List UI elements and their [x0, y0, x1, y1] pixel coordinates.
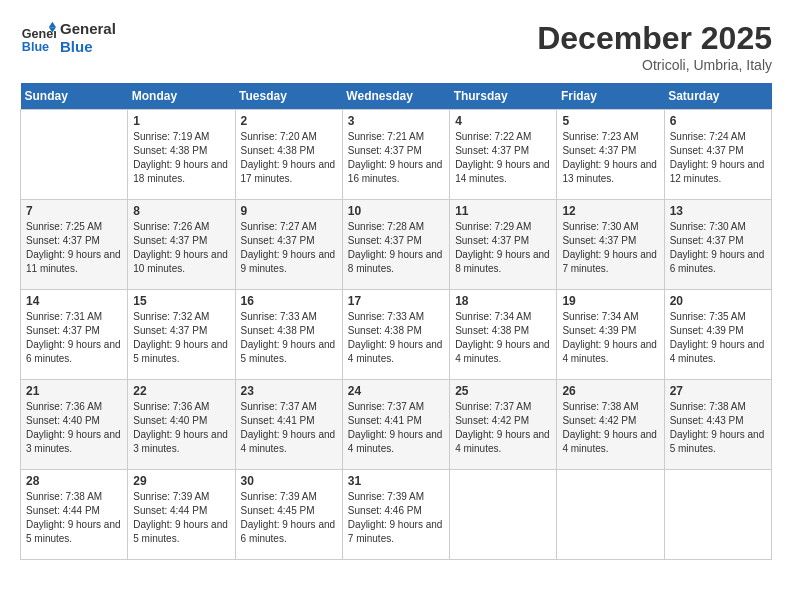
calendar-cell: 23Sunrise: 7:37 AMSunset: 4:41 PMDayligh… — [235, 380, 342, 470]
day-number: 10 — [348, 204, 444, 218]
calendar-cell: 12Sunrise: 7:30 AMSunset: 4:37 PMDayligh… — [557, 200, 664, 290]
day-info: Sunrise: 7:19 AMSunset: 4:38 PMDaylight:… — [133, 130, 229, 186]
day-number: 3 — [348, 114, 444, 128]
day-info: Sunrise: 7:22 AMSunset: 4:37 PMDaylight:… — [455, 130, 551, 186]
week-row-5: 28Sunrise: 7:38 AMSunset: 4:44 PMDayligh… — [21, 470, 772, 560]
day-info: Sunrise: 7:39 AMSunset: 4:46 PMDaylight:… — [348, 490, 444, 546]
day-info: Sunrise: 7:37 AMSunset: 4:42 PMDaylight:… — [455, 400, 551, 456]
calendar-cell — [21, 110, 128, 200]
logo-text-general: General — [60, 20, 116, 38]
calendar-cell — [450, 470, 557, 560]
calendar-cell: 30Sunrise: 7:39 AMSunset: 4:45 PMDayligh… — [235, 470, 342, 560]
day-number: 18 — [455, 294, 551, 308]
day-number: 15 — [133, 294, 229, 308]
day-info: Sunrise: 7:33 AMSunset: 4:38 PMDaylight:… — [241, 310, 337, 366]
calendar-table: SundayMondayTuesdayWednesdayThursdayFrid… — [20, 83, 772, 560]
weekday-header-thursday: Thursday — [450, 83, 557, 110]
day-info: Sunrise: 7:36 AMSunset: 4:40 PMDaylight:… — [133, 400, 229, 456]
day-info: Sunrise: 7:37 AMSunset: 4:41 PMDaylight:… — [348, 400, 444, 456]
day-number: 31 — [348, 474, 444, 488]
calendar-cell: 3Sunrise: 7:21 AMSunset: 4:37 PMDaylight… — [342, 110, 449, 200]
day-number: 16 — [241, 294, 337, 308]
calendar-cell: 9Sunrise: 7:27 AMSunset: 4:37 PMDaylight… — [235, 200, 342, 290]
calendar-cell: 7Sunrise: 7:25 AMSunset: 4:37 PMDaylight… — [21, 200, 128, 290]
calendar-cell: 26Sunrise: 7:38 AMSunset: 4:42 PMDayligh… — [557, 380, 664, 470]
day-number: 21 — [26, 384, 122, 398]
day-number: 12 — [562, 204, 658, 218]
logo-text-blue: Blue — [60, 38, 116, 56]
week-row-2: 7Sunrise: 7:25 AMSunset: 4:37 PMDaylight… — [21, 200, 772, 290]
calendar-cell: 17Sunrise: 7:33 AMSunset: 4:38 PMDayligh… — [342, 290, 449, 380]
calendar-cell: 13Sunrise: 7:30 AMSunset: 4:37 PMDayligh… — [664, 200, 771, 290]
day-info: Sunrise: 7:37 AMSunset: 4:41 PMDaylight:… — [241, 400, 337, 456]
day-info: Sunrise: 7:29 AMSunset: 4:37 PMDaylight:… — [455, 220, 551, 276]
day-number: 13 — [670, 204, 766, 218]
calendar-cell: 31Sunrise: 7:39 AMSunset: 4:46 PMDayligh… — [342, 470, 449, 560]
day-number: 26 — [562, 384, 658, 398]
calendar-cell: 27Sunrise: 7:38 AMSunset: 4:43 PMDayligh… — [664, 380, 771, 470]
day-number: 19 — [562, 294, 658, 308]
day-info: Sunrise: 7:31 AMSunset: 4:37 PMDaylight:… — [26, 310, 122, 366]
day-number: 2 — [241, 114, 337, 128]
day-info: Sunrise: 7:26 AMSunset: 4:37 PMDaylight:… — [133, 220, 229, 276]
day-info: Sunrise: 7:39 AMSunset: 4:44 PMDaylight:… — [133, 490, 229, 546]
location: Otricoli, Umbria, Italy — [537, 57, 772, 73]
day-number: 22 — [133, 384, 229, 398]
day-number: 30 — [241, 474, 337, 488]
calendar-cell: 6Sunrise: 7:24 AMSunset: 4:37 PMDaylight… — [664, 110, 771, 200]
day-info: Sunrise: 7:30 AMSunset: 4:37 PMDaylight:… — [562, 220, 658, 276]
calendar-cell: 29Sunrise: 7:39 AMSunset: 4:44 PMDayligh… — [128, 470, 235, 560]
logo: General Blue General Blue — [20, 20, 116, 56]
day-number: 23 — [241, 384, 337, 398]
calendar-cell: 16Sunrise: 7:33 AMSunset: 4:38 PMDayligh… — [235, 290, 342, 380]
week-row-1: 1Sunrise: 7:19 AMSunset: 4:38 PMDaylight… — [21, 110, 772, 200]
calendar-cell: 21Sunrise: 7:36 AMSunset: 4:40 PMDayligh… — [21, 380, 128, 470]
logo-icon: General Blue — [20, 20, 56, 56]
weekday-header-monday: Monday — [128, 83, 235, 110]
calendar-cell: 1Sunrise: 7:19 AMSunset: 4:38 PMDaylight… — [128, 110, 235, 200]
calendar-cell: 8Sunrise: 7:26 AMSunset: 4:37 PMDaylight… — [128, 200, 235, 290]
day-number: 7 — [26, 204, 122, 218]
day-info: Sunrise: 7:39 AMSunset: 4:45 PMDaylight:… — [241, 490, 337, 546]
day-info: Sunrise: 7:32 AMSunset: 4:37 PMDaylight:… — [133, 310, 229, 366]
calendar-cell — [557, 470, 664, 560]
page-header: General Blue General Blue December 2025 … — [20, 20, 772, 73]
calendar-cell: 20Sunrise: 7:35 AMSunset: 4:39 PMDayligh… — [664, 290, 771, 380]
week-row-3: 14Sunrise: 7:31 AMSunset: 4:37 PMDayligh… — [21, 290, 772, 380]
calendar-cell: 11Sunrise: 7:29 AMSunset: 4:37 PMDayligh… — [450, 200, 557, 290]
day-info: Sunrise: 7:28 AMSunset: 4:37 PMDaylight:… — [348, 220, 444, 276]
weekday-header-saturday: Saturday — [664, 83, 771, 110]
day-number: 4 — [455, 114, 551, 128]
day-number: 27 — [670, 384, 766, 398]
calendar-cell: 28Sunrise: 7:38 AMSunset: 4:44 PMDayligh… — [21, 470, 128, 560]
day-info: Sunrise: 7:38 AMSunset: 4:43 PMDaylight:… — [670, 400, 766, 456]
day-info: Sunrise: 7:21 AMSunset: 4:37 PMDaylight:… — [348, 130, 444, 186]
day-number: 28 — [26, 474, 122, 488]
calendar-cell: 19Sunrise: 7:34 AMSunset: 4:39 PMDayligh… — [557, 290, 664, 380]
calendar-cell: 25Sunrise: 7:37 AMSunset: 4:42 PMDayligh… — [450, 380, 557, 470]
day-info: Sunrise: 7:33 AMSunset: 4:38 PMDaylight:… — [348, 310, 444, 366]
day-number: 1 — [133, 114, 229, 128]
calendar-cell: 24Sunrise: 7:37 AMSunset: 4:41 PMDayligh… — [342, 380, 449, 470]
day-number: 17 — [348, 294, 444, 308]
weekday-header-row: SundayMondayTuesdayWednesdayThursdayFrid… — [21, 83, 772, 110]
weekday-header-sunday: Sunday — [21, 83, 128, 110]
day-number: 29 — [133, 474, 229, 488]
day-info: Sunrise: 7:38 AMSunset: 4:44 PMDaylight:… — [26, 490, 122, 546]
weekday-header-friday: Friday — [557, 83, 664, 110]
day-number: 25 — [455, 384, 551, 398]
svg-text:Blue: Blue — [22, 40, 49, 54]
day-info: Sunrise: 7:35 AMSunset: 4:39 PMDaylight:… — [670, 310, 766, 366]
day-info: Sunrise: 7:34 AMSunset: 4:38 PMDaylight:… — [455, 310, 551, 366]
calendar-cell: 4Sunrise: 7:22 AMSunset: 4:37 PMDaylight… — [450, 110, 557, 200]
day-info: Sunrise: 7:27 AMSunset: 4:37 PMDaylight:… — [241, 220, 337, 276]
day-info: Sunrise: 7:25 AMSunset: 4:37 PMDaylight:… — [26, 220, 122, 276]
day-info: Sunrise: 7:36 AMSunset: 4:40 PMDaylight:… — [26, 400, 122, 456]
calendar-cell: 14Sunrise: 7:31 AMSunset: 4:37 PMDayligh… — [21, 290, 128, 380]
day-info: Sunrise: 7:20 AMSunset: 4:38 PMDaylight:… — [241, 130, 337, 186]
day-info: Sunrise: 7:23 AMSunset: 4:37 PMDaylight:… — [562, 130, 658, 186]
day-number: 5 — [562, 114, 658, 128]
calendar-cell: 2Sunrise: 7:20 AMSunset: 4:38 PMDaylight… — [235, 110, 342, 200]
weekday-header-tuesday: Tuesday — [235, 83, 342, 110]
title-block: December 2025 Otricoli, Umbria, Italy — [537, 20, 772, 73]
